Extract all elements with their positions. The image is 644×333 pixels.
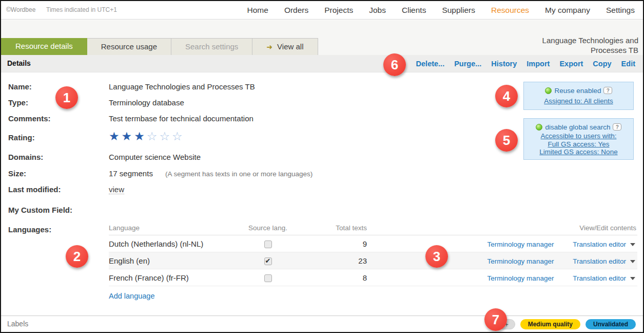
accessible-users-link[interactable]: Accessible to users with: — [524, 132, 633, 140]
nav-resources[interactable]: Resources — [491, 6, 529, 15]
nav-clients[interactable]: Clients — [402, 6, 426, 15]
translation-editor-link[interactable]: Translation editor — [573, 240, 635, 248]
reuse-box: Reuse enabled? Assigned to: All clients — [523, 82, 634, 110]
type-label: Type: — [8, 98, 28, 107]
chevron-down-icon[interactable] — [630, 260, 635, 263]
annotation-badge-3: 3 — [425, 245, 448, 268]
language-name: Dutch (Netherlands) (nl-NL) — [109, 239, 245, 248]
nav-suppliers[interactable]: Suppliers — [442, 6, 475, 15]
help-icon[interactable]: ? — [603, 87, 612, 94]
col-view-edit-contents: View/Edit contents — [478, 224, 637, 232]
add-language-link[interactable]: Add language — [109, 292, 155, 300]
annotation-badge-7: 7 — [484, 308, 507, 331]
edit-link[interactable]: Edit — [621, 60, 635, 68]
translation-editor-link[interactable]: Translation editor — [573, 257, 635, 265]
terminology-manager-link[interactable]: Terminology manager — [487, 257, 554, 265]
rating-stars[interactable]: ★★★☆☆☆ — [109, 130, 185, 143]
export-link[interactable]: Export — [559, 60, 583, 68]
total-texts-value: 9 — [291, 239, 368, 248]
help-icon[interactable]: ? — [613, 123, 621, 131]
rating-stars-empty: ☆☆☆ — [147, 130, 185, 143]
tab-resource-usage[interactable]: Resource usage — [87, 38, 171, 55]
total-texts-value: 23 — [291, 256, 368, 265]
table-row-english: English (en) 23 Terminology manager Tran… — [109, 252, 637, 269]
language-name: French (France) (fr-FR) — [109, 273, 245, 282]
terminology-manager-link[interactable]: Terminology manager — [487, 240, 554, 248]
source-lang-checkbox[interactable] — [264, 240, 272, 248]
global-search-status: disable global search? — [524, 123, 633, 132]
annotation-badge-5: 5 — [495, 129, 518, 152]
details-bar-title: Details — [7, 55, 31, 72]
annotation-badge-6: 6 — [383, 53, 406, 76]
table-row-dutch: Dutch (Netherlands) (nl-NL) 9 Terminolog… — [109, 235, 637, 252]
purge-link[interactable]: Purge... — [454, 60, 481, 68]
custom-field-label: My Custom Field: — [8, 206, 72, 214]
annotation-badge-2: 2 — [66, 245, 88, 268]
nav-projects[interactable]: Projects — [324, 6, 353, 15]
size-value: 17 segments(A segment has texts in one o… — [109, 169, 313, 178]
copy-link[interactable]: Copy — [593, 60, 611, 68]
domains-value: Computer science Website — [109, 153, 201, 161]
name-value: Language Technologies and Processes TB — [109, 82, 255, 91]
type-value: Terminology database — [109, 98, 184, 107]
terminology-manager-link[interactable]: Terminology manager — [487, 274, 554, 282]
rating-label: Rating: — [8, 133, 35, 142]
chevron-down-icon[interactable] — [630, 243, 635, 246]
main-nav: Home Orders Projects Jobs Clients Suppli… — [247, 1, 635, 20]
reuse-status-text: Reuse enabled — [555, 87, 601, 95]
rating-stars-filled: ★★★ — [109, 130, 147, 143]
green-status-icon — [536, 124, 542, 131]
assigned-to-link[interactable]: Assigned to: All clients — [524, 97, 633, 105]
total-texts-value: 8 — [291, 273, 368, 282]
wordbee-copyright: ©Wordbee — [6, 6, 35, 13]
history-link[interactable]: History — [491, 60, 517, 68]
resource-title-line2: Processes TB — [542, 45, 638, 55]
languages-table-header: Language Source lang. Total texts View/E… — [109, 221, 637, 235]
view-link[interactable]: view — [109, 185, 124, 194]
name-label: Name: — [8, 82, 32, 91]
top-bar: ©Wordbee Times indicated in UTC+1 Home O… — [1, 1, 643, 20]
import-link[interactable]: Import — [526, 60, 550, 68]
tab-search-settings[interactable]: Search settings — [171, 38, 252, 55]
col-source-lang: Source lang. — [245, 224, 291, 232]
green-status-icon — [545, 87, 552, 94]
labels-bar-title: Labels — [7, 316, 28, 332]
domains-label: Domains: — [8, 153, 43, 161]
chevron-down-icon[interactable] — [630, 277, 635, 280]
source-lang-checkbox[interactable] — [264, 274, 272, 282]
details-actions: Delete... Purge... History Import Export… — [416, 55, 635, 72]
size-label: Size: — [8, 169, 26, 178]
resource-title-line1: Language Technologies and — [542, 35, 638, 45]
wordbee-resource-details-page: ©Wordbee Times indicated in UTC+1 Home O… — [0, 0, 644, 333]
nav-orders[interactable]: Orders — [284, 6, 308, 15]
tab-view-all[interactable]: ➜View all — [252, 38, 318, 55]
comments-value: Test termbase for technical documentatio… — [109, 114, 253, 123]
global-search-box: disable global search? Accessible to use… — [523, 118, 634, 160]
timezone-note: Times indicated in UTC+1 — [46, 6, 117, 13]
delete-link[interactable]: Delete... — [416, 60, 445, 68]
size-count: 17 segments — [109, 169, 153, 178]
limited-gs-access-link[interactable]: Limited GS access: None — [524, 148, 633, 156]
label-medium-quality[interactable]: Medium quality — [520, 319, 580, 329]
table-row-french: French (France) (fr-FR) 8 Terminology ma… — [109, 269, 637, 286]
details-bar: Details Delete... Purge... History Impor… — [1, 55, 643, 72]
size-note: (A segment has texts in one or more lang… — [165, 170, 313, 178]
tab-view-all-label: View all — [277, 42, 303, 51]
full-gs-access-link[interactable]: Full GS access: Yes — [524, 140, 633, 149]
annotation-badge-1: 1 — [55, 86, 78, 109]
nav-settings[interactable]: Settings — [606, 6, 635, 15]
translation-editor-link[interactable]: Translation editor — [573, 274, 635, 282]
arrow-right-icon: ➜ — [266, 43, 272, 51]
tab-resource-details[interactable]: Resource details — [1, 38, 87, 55]
labels-bar: Labels + Medium quality Unvalidated — [1, 316, 643, 332]
resource-title: Language Technologies and Processes TB — [542, 35, 638, 55]
nav-jobs[interactable]: Jobs — [369, 6, 386, 15]
global-search-status-text: disable global search — [545, 123, 611, 131]
source-lang-checkbox[interactable] — [264, 257, 272, 265]
nav-my-company[interactable]: My company — [545, 6, 590, 15]
nav-home[interactable]: Home — [247, 6, 268, 15]
reuse-status: Reuse enabled? — [524, 86, 633, 96]
last-modified-view: view — [109, 185, 124, 194]
col-language: Language — [109, 224, 245, 232]
label-unvalidated[interactable]: Unvalidated — [586, 319, 636, 329]
